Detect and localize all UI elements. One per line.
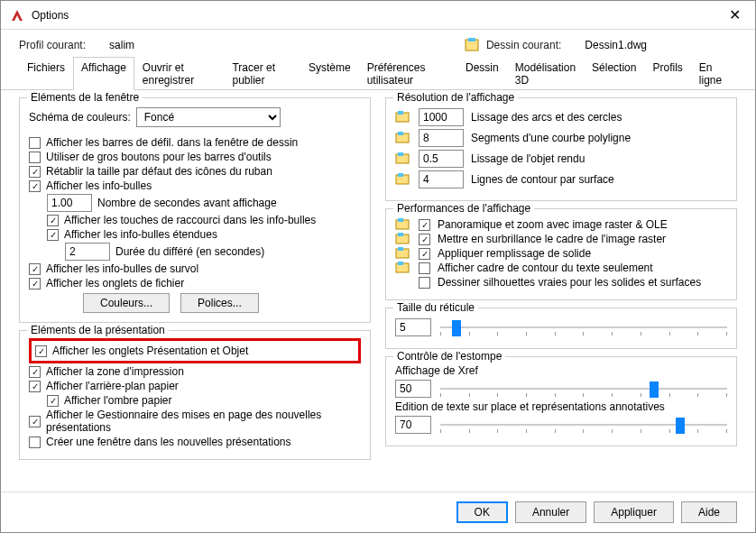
cb-pan[interactable] — [419, 219, 430, 231]
drawing-label: Dessin courant: — [486, 39, 561, 51]
apply-button[interactable]: Appliquer — [594, 501, 674, 523]
cont-input[interactable] — [419, 170, 464, 188]
cb-scroll[interactable] — [29, 137, 41, 149]
dwg-icon — [395, 132, 411, 144]
fonts-button[interactable]: Polices... — [180, 293, 259, 313]
group-title: Performances de l'affichage — [393, 202, 534, 215]
group-title: Contrôle de l'estompe — [393, 350, 505, 363]
footer: OK Annuler Appliquer Aide — [1, 492, 755, 532]
group-title: Eléments de la fenêtre — [27, 91, 143, 104]
scheme-label: Schéma de couleurs: — [29, 111, 131, 124]
drawing-value: Dessin1.dwg — [585, 39, 647, 51]
tab-dessin[interactable]: Dessin — [457, 57, 507, 90]
group-title: Taille du réticule — [393, 301, 478, 314]
group-window-elements: Eléments de la fenêtre Schéma de couleur… — [19, 97, 371, 323]
cb-print-area[interactable] — [29, 366, 41, 378]
titlebar: Options ✕ — [1, 1, 755, 30]
cb-page-mgr[interactable] — [29, 416, 41, 427]
group-performance: Performances de l'affichage Panoramique … — [385, 208, 737, 300]
group-crosshair: Taille du réticule — [385, 308, 737, 349]
tab-profils[interactable]: Profils — [644, 57, 690, 90]
group-layout-elements: Eléments de la présentation Afficher les… — [19, 330, 371, 460]
cb-silhouette[interactable] — [419, 277, 430, 289]
tab-enligne[interactable]: En ligne — [691, 57, 737, 90]
close-icon[interactable]: ✕ — [724, 6, 746, 23]
cb-big-buttons[interactable] — [29, 152, 41, 163]
tab-ouvrir[interactable]: Ouvrir et enregistrer — [134, 57, 225, 90]
cb-paper-bg[interactable] — [29, 381, 41, 392]
crosshair-slider[interactable] — [440, 317, 727, 337]
dwg-icon — [395, 262, 411, 274]
cb-hover[interactable] — [29, 263, 41, 275]
dwg-icon — [395, 111, 411, 124]
seg-input[interactable] — [419, 129, 464, 147]
tab-systeme[interactable]: Système — [300, 57, 359, 90]
help-button[interactable]: Aide — [681, 501, 737, 523]
tab-tracer[interactable]: Tracer et publier — [224, 57, 300, 90]
edit-slider[interactable] — [440, 415, 727, 435]
info-bar: Profil courant: salim Dessin courant: De… — [1, 30, 755, 57]
cb-text-frame[interactable] — [419, 262, 430, 274]
group-resolution: Résolution de l'affichage Lissage des ar… — [385, 97, 737, 201]
tab-3d[interactable]: Modélisation 3D — [507, 57, 584, 90]
svg-rect-11 — [398, 218, 403, 222]
svg-rect-7 — [398, 152, 403, 156]
cb-fill[interactable] — [419, 248, 430, 260]
app-logo-icon — [10, 8, 24, 23]
cb-highlight[interactable] — [419, 234, 430, 245]
svg-rect-17 — [398, 262, 403, 265]
dwg-icon — [395, 218, 411, 231]
tab-selection[interactable]: Sélection — [584, 57, 644, 90]
window-title: Options — [32, 9, 724, 22]
edit-label: Edition de texte sur place et représenta… — [395, 400, 727, 413]
obj-input[interactable] — [419, 150, 464, 168]
tab-affichage[interactable]: Affichage — [73, 57, 134, 90]
drawing-icon — [465, 37, 481, 53]
cb-reset-ribbon[interactable] — [29, 166, 41, 178]
tab-prefs[interactable]: Préférences utilisateur — [359, 57, 457, 90]
crosshair-input[interactable] — [395, 318, 431, 336]
dwg-icon — [395, 247, 411, 260]
cb-shortcuts[interactable] — [47, 215, 59, 226]
scheme-select[interactable]: Foncé — [136, 107, 281, 127]
xref-slider[interactable] — [440, 379, 727, 399]
svg-rect-13 — [398, 233, 403, 236]
group-fade: Contrôle de l'estompe Affichage de Xref … — [385, 356, 737, 446]
cancel-button[interactable]: Annuler — [515, 501, 586, 523]
group-title: Résolution de l'affichage — [393, 91, 518, 104]
cb-paper-shadow[interactable] — [47, 395, 59, 407]
xref-label: Affichage de Xref — [395, 364, 727, 377]
edit-input[interactable] — [395, 416, 431, 434]
delay-input[interactable] — [65, 243, 110, 261]
svg-rect-9 — [398, 173, 403, 177]
cb-create-vp[interactable] — [29, 437, 41, 448]
cb-tooltips[interactable] — [29, 180, 41, 192]
seconds-input[interactable] — [47, 194, 92, 212]
ok-button[interactable]: OK — [456, 501, 508, 523]
svg-rect-5 — [398, 132, 403, 135]
cb-layout-tabs[interactable] — [35, 345, 47, 357]
profile-value: salim — [109, 39, 134, 51]
tab-bar: Fichiers Affichage Ouvrir et enregistrer… — [1, 57, 755, 90]
group-title: Eléments de la présentation — [27, 324, 169, 336]
svg-rect-15 — [398, 247, 403, 251]
dwg-icon — [395, 152, 411, 165]
cb-file-tabs[interactable] — [29, 278, 41, 289]
arc-input[interactable] — [419, 108, 464, 126]
colors-button[interactable]: Couleurs... — [83, 293, 170, 313]
dwg-icon — [395, 233, 411, 245]
highlight-box: Afficher les onglets Présentation et Obj… — [29, 338, 361, 363]
tab-fichiers[interactable]: Fichiers — [19, 57, 73, 90]
dwg-icon — [395, 173, 411, 186]
xref-input[interactable] — [395, 380, 431, 398]
profile-label: Profil courant: — [19, 39, 86, 51]
cb-extended[interactable] — [47, 229, 59, 241]
svg-rect-3 — [398, 111, 403, 115]
svg-rect-1 — [468, 38, 475, 41]
